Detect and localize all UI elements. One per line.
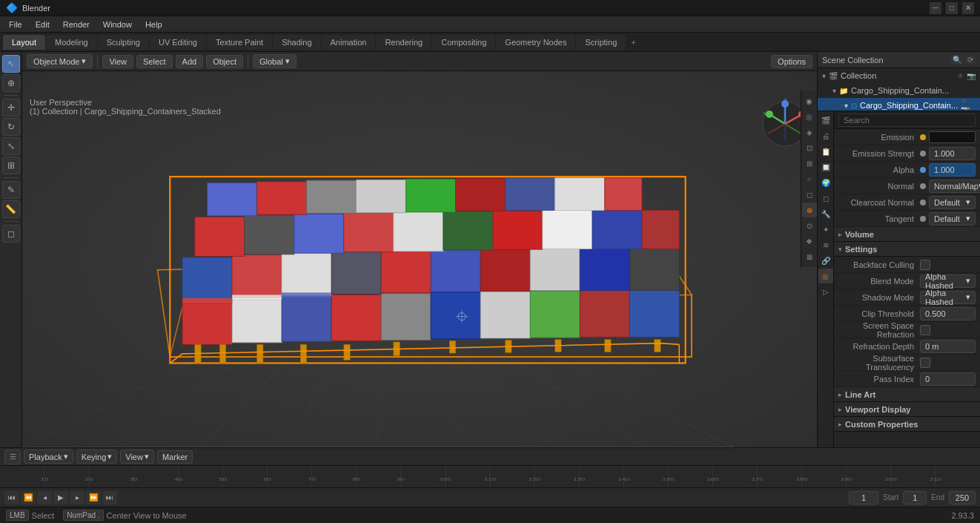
line-art-section-header[interactable]: ▸ Line Art: [834, 387, 980, 402]
tab-rendering[interactable]: Rendering: [376, 35, 431, 50]
move-tool-button[interactable]: ✛: [2, 99, 20, 116]
refraction-depth-value[interactable]: 0 m: [920, 340, 976, 353]
shadow-mode-value[interactable]: Alpha Hashed ▾: [920, 291, 976, 304]
keying-button[interactable]: Keying ▾: [76, 450, 118, 464]
prop-icon-render[interactable]: 🎬: [818, 113, 833, 128]
tab-geometry-nodes[interactable]: Geometry Nodes: [496, 35, 575, 50]
normal-value[interactable]: Normal/Map ▾: [929, 180, 980, 193]
viewport-icon-11[interactable]: ⊠: [802, 249, 817, 264]
clip-threshold-value[interactable]: 0.500: [920, 307, 976, 320]
cursor-tool-button[interactable]: ⊕: [2, 74, 20, 92]
jump-start-button[interactable]: ⏮: [4, 491, 19, 504]
emission-color-swatch[interactable]: [929, 131, 976, 143]
close-button[interactable]: ✕: [962, 2, 974, 14]
tab-uv-editing[interactable]: UV Editing: [150, 35, 206, 50]
outliner-item-subcollection[interactable]: ▾ 📁 Cargo_Shipping_Contain...: [818, 83, 980, 98]
prop-icon-data[interactable]: ▷: [818, 284, 833, 299]
viewport-icon-5[interactable]: ⊞: [802, 156, 817, 171]
current-frame-input[interactable]: [849, 491, 878, 504]
tab-compositing[interactable]: Compositing: [432, 35, 495, 50]
viewport-icon-3[interactable]: ◈: [802, 125, 817, 139]
marker-button[interactable]: Marker: [157, 450, 193, 464]
outliner-sync-button[interactable]: ⟳: [965, 55, 976, 65]
viewport-3d[interactable]: Object Mode ▾ View Select Add Object Glo…: [22, 52, 817, 447]
tab-sculpting[interactable]: Sculpting: [98, 35, 149, 50]
playback-button[interactable]: Playback ▾: [24, 450, 73, 464]
transform-dropdown[interactable]: Global ▾: [253, 54, 297, 68]
prop-icon-particles[interactable]: ✦: [818, 222, 833, 237]
prop-icon-material[interactable]: ◎: [818, 269, 833, 283]
outliner-filter-button[interactable]: 🔍: [950, 55, 964, 65]
custom-properties-section-header[interactable]: ▸ Custom Properties: [834, 417, 980, 432]
backface-culling-checkbox[interactable]: [920, 260, 930, 270]
prop-icon-world[interactable]: 🌍: [818, 175, 833, 190]
add-cube-tool-button[interactable]: ◻: [2, 225, 20, 243]
menu-help[interactable]: Help: [139, 19, 168, 30]
start-frame-input[interactable]: [903, 491, 927, 504]
object-menu-button[interactable]: Object: [206, 55, 243, 68]
menu-window[interactable]: Window: [97, 19, 138, 30]
transform-tool-button[interactable]: ⊞: [2, 157, 20, 174]
menu-edit[interactable]: Edit: [30, 19, 56, 30]
measure-tool-button[interactable]: 📏: [2, 200, 20, 218]
clearcoat-normal-value[interactable]: Default ▾: [929, 196, 976, 209]
object-mode-dropdown[interactable]: Object Mode ▾: [27, 54, 93, 68]
jump-end-button[interactable]: ⏭: [102, 491, 117, 504]
tab-modeling[interactable]: Modeling: [46, 35, 97, 50]
settings-section-header[interactable]: ▾ Settings: [834, 242, 980, 257]
viewport-icon-7[interactable]: ◻: [802, 187, 817, 202]
tab-scripting[interactable]: Scripting: [576, 35, 626, 50]
scale-tool-button[interactable]: ⤡: [2, 137, 20, 155]
emission-strength-value[interactable]: 1.000: [929, 147, 976, 160]
next-frame-button[interactable]: ⏩: [86, 491, 101, 504]
next-keyframe-button[interactable]: ▸: [70, 491, 85, 504]
prop-icon-output[interactable]: 🖨: [818, 128, 833, 143]
viewport-icon-10[interactable]: ❖: [802, 234, 817, 249]
viewport-icon-8[interactable]: ⊕: [802, 203, 817, 217]
play-button[interactable]: ▶: [53, 491, 68, 504]
menu-file[interactable]: File: [3, 19, 28, 30]
menu-render[interactable]: Render: [57, 19, 96, 30]
end-frame-input[interactable]: [949, 491, 976, 504]
viewport-icon-1[interactable]: ◉: [802, 93, 817, 108]
tab-texture-paint[interactable]: Texture Paint: [207, 35, 272, 50]
maximize-button[interactable]: □: [946, 2, 958, 14]
prop-icon-object[interactable]: ◻: [818, 191, 833, 205]
property-search-input[interactable]: [838, 114, 976, 127]
tab-animation[interactable]: Animation: [322, 35, 376, 50]
alpha-value[interactable]: 1.000: [929, 163, 976, 177]
prop-icon-scene[interactable]: 🔲: [818, 159, 833, 174]
annotate-tool-button[interactable]: ✎: [2, 181, 20, 199]
select-menu-button[interactable]: Select: [136, 55, 173, 68]
view-menu-button[interactable]: View: [102, 55, 133, 68]
pass-index-value[interactable]: 0: [920, 372, 976, 386]
tab-shading[interactable]: Shading: [273, 35, 320, 50]
prop-icon-physics[interactable]: ≋: [818, 237, 833, 252]
rotate-tool-button[interactable]: ↻: [2, 118, 20, 136]
3d-scene[interactable]: User Perspective (1) Collection | Cargo_…: [22, 71, 817, 447]
add-menu-button[interactable]: Add: [176, 55, 204, 68]
prev-keyframe-button[interactable]: ◂: [37, 491, 52, 504]
outliner-item-object[interactable]: ▾ ⊡ Cargo_Shipping_Contain... 👁 📷: [818, 98, 980, 111]
volume-section-header[interactable]: ▸ Volume: [834, 227, 980, 242]
timeline-menu-button[interactable]: ☰: [4, 450, 21, 464]
minimize-button[interactable]: ─: [930, 2, 941, 14]
viewport-display-section-header[interactable]: ▸ Viewport Display: [834, 402, 980, 417]
blend-mode-value[interactable]: Alpha Hashed ▾: [920, 274, 976, 288]
select-tool-button[interactable]: ↖: [2, 55, 20, 73]
ssr-checkbox[interactable]: [920, 325, 930, 335]
viewport-icon-6[interactable]: ○: [802, 171, 817, 186]
prop-icon-modifiers[interactable]: 🔧: [818, 206, 833, 221]
timeline-view-button[interactable]: View ▾: [120, 450, 154, 464]
prop-icon-view-layer[interactable]: 📋: [818, 144, 833, 159]
timeline-body[interactable]: 10 20 30 40 50 60 70 80 90 100 110 120 1…: [0, 466, 980, 487]
tangent-value[interactable]: Default ▾: [929, 212, 976, 226]
options-button[interactable]: Options: [771, 55, 812, 68]
viewport-icon-2[interactable]: ◎: [802, 109, 817, 124]
viewport-icon-4[interactable]: ⊡: [802, 140, 817, 155]
tab-layout[interactable]: Layout: [3, 35, 45, 50]
viewport-icon-9[interactable]: ⊙: [802, 218, 817, 233]
prev-frame-button[interactable]: ⏪: [21, 491, 36, 504]
outliner-item-collection[interactable]: ▾ 🎬 Collection 👁 📷: [818, 68, 980, 83]
tab-add-button[interactable]: +: [626, 35, 640, 50]
